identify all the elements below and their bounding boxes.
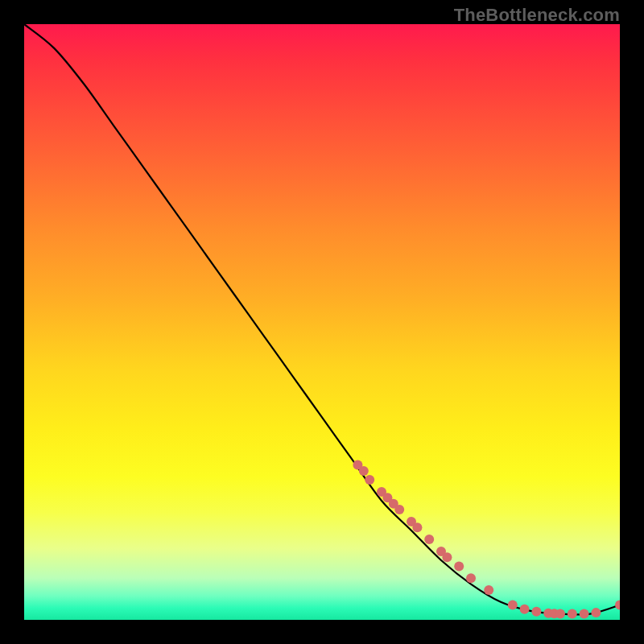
- scatter-point: [508, 601, 518, 610]
- scatter-point: [520, 605, 530, 614]
- scatter-point: [568, 609, 577, 619]
- scatter-point: [580, 609, 589, 619]
- watermark-text: TheBottleneck.com: [454, 5, 620, 26]
- scatter-point: [359, 466, 369, 476]
- scatter-point: [466, 573, 476, 583]
- scatter-point: [591, 608, 601, 617]
- scatter-point: [365, 475, 374, 485]
- scatter-point: [484, 585, 493, 595]
- scatter-point: [531, 607, 541, 617]
- scatter-point: [394, 505, 404, 514]
- scatter-point: [615, 601, 620, 610]
- scatter-point: [442, 552, 452, 562]
- plot-area: [24, 24, 620, 620]
- scatter-point: [555, 609, 565, 619]
- chart-frame: TheBottleneck.com: [0, 0, 644, 644]
- scatter-point: [424, 535, 434, 544]
- scatter-point: [454, 561, 464, 571]
- chart-overlay: [24, 24, 620, 620]
- curve-line: [24, 24, 620, 615]
- scatter-point: [412, 522, 422, 532]
